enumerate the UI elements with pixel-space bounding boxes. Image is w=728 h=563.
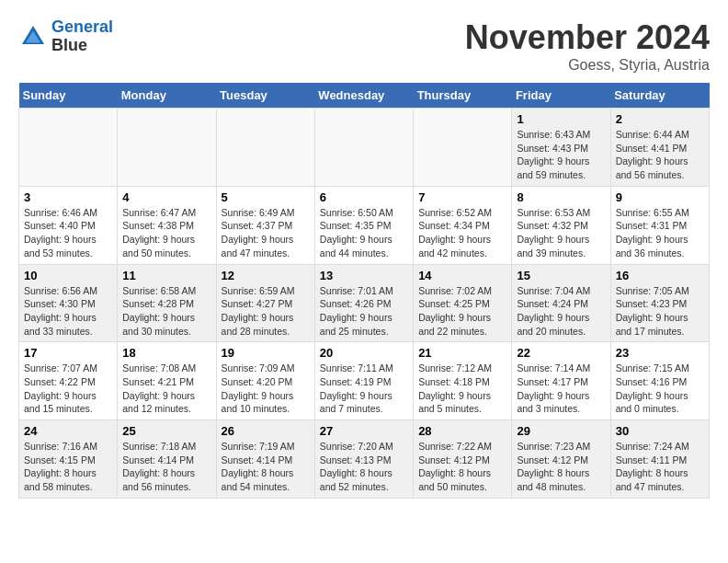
day-of-week-header: Tuesday bbox=[216, 83, 314, 109]
calendar-week-row: 24Sunrise: 7:16 AM Sunset: 4:15 PM Dayli… bbox=[19, 420, 710, 499]
calendar-cell: 14Sunrise: 7:02 AM Sunset: 4:25 PM Dayli… bbox=[414, 264, 512, 342]
page-header: General Blue November 2024 Goess, Styria… bbox=[18, 18, 710, 74]
calendar-week-row: 1Sunrise: 6:43 AM Sunset: 4:43 PM Daylig… bbox=[19, 109, 710, 187]
calendar-cell: 30Sunrise: 7:24 AM Sunset: 4:11 PM Dayli… bbox=[610, 420, 709, 499]
day-number: 25 bbox=[122, 424, 210, 438]
day-info: Sunrise: 6:47 AM Sunset: 4:38 PM Dayligh… bbox=[122, 206, 210, 260]
calendar-cell: 21Sunrise: 7:12 AM Sunset: 4:18 PM Dayli… bbox=[414, 342, 512, 420]
calendar-cell: 4Sunrise: 6:47 AM Sunset: 4:38 PM Daylig… bbox=[118, 186, 216, 264]
calendar-cell: 9Sunrise: 6:55 AM Sunset: 4:31 PM Daylig… bbox=[610, 186, 709, 264]
day-number: 23 bbox=[616, 346, 704, 360]
day-number: 5 bbox=[222, 190, 310, 204]
day-number: 16 bbox=[616, 269, 704, 282]
calendar-week-row: 3Sunrise: 6:46 AM Sunset: 4:40 PM Daylig… bbox=[19, 186, 710, 264]
day-of-week-header: Friday bbox=[512, 83, 610, 109]
day-number: 19 bbox=[222, 346, 310, 360]
day-of-week-header: Wednesday bbox=[314, 83, 413, 109]
calendar-cell: 20Sunrise: 7:11 AM Sunset: 4:19 PM Dayli… bbox=[314, 342, 413, 420]
day-number: 22 bbox=[517, 346, 605, 360]
calendar-cell: 15Sunrise: 7:04 AM Sunset: 4:24 PM Dayli… bbox=[512, 264, 610, 342]
day-info: Sunrise: 6:46 AM Sunset: 4:40 PM Dayligh… bbox=[24, 206, 112, 260]
calendar-cell: 28Sunrise: 7:22 AM Sunset: 4:12 PM Dayli… bbox=[414, 420, 512, 499]
day-number: 12 bbox=[222, 269, 310, 282]
day-number: 21 bbox=[418, 346, 506, 360]
calendar-cell: 13Sunrise: 7:01 AM Sunset: 4:26 PM Dayli… bbox=[314, 264, 413, 342]
logo-icon bbox=[18, 22, 48, 52]
day-of-week-header: Saturday bbox=[610, 83, 709, 109]
day-number: 6 bbox=[320, 190, 408, 204]
day-info: Sunrise: 7:18 AM Sunset: 4:14 PM Dayligh… bbox=[122, 440, 210, 494]
day-number: 1 bbox=[517, 112, 605, 126]
calendar-cell: 19Sunrise: 7:09 AM Sunset: 4:20 PM Dayli… bbox=[216, 342, 314, 420]
calendar-cell: 18Sunrise: 7:08 AM Sunset: 4:21 PM Dayli… bbox=[118, 342, 216, 420]
day-number: 30 bbox=[616, 424, 704, 438]
day-number: 9 bbox=[616, 190, 704, 204]
calendar-cell: 7Sunrise: 6:52 AM Sunset: 4:34 PM Daylig… bbox=[414, 186, 512, 264]
day-number: 26 bbox=[222, 424, 310, 438]
day-info: Sunrise: 6:50 AM Sunset: 4:35 PM Dayligh… bbox=[320, 206, 408, 260]
day-info: Sunrise: 6:55 AM Sunset: 4:31 PM Dayligh… bbox=[616, 206, 704, 260]
calendar-cell: 3Sunrise: 6:46 AM Sunset: 4:40 PM Daylig… bbox=[19, 186, 118, 264]
day-number: 10 bbox=[24, 269, 112, 282]
day-info: Sunrise: 7:20 AM Sunset: 4:13 PM Dayligh… bbox=[320, 440, 408, 494]
calendar-cell bbox=[414, 109, 512, 187]
subtitle: Goess, Styria, Austria bbox=[465, 57, 710, 74]
day-number: 14 bbox=[418, 269, 506, 282]
day-number: 17 bbox=[24, 346, 112, 360]
calendar-cell: 27Sunrise: 7:20 AM Sunset: 4:13 PM Dayli… bbox=[314, 420, 413, 499]
day-info: Sunrise: 6:53 AM Sunset: 4:32 PM Dayligh… bbox=[517, 206, 605, 260]
day-number: 8 bbox=[517, 190, 605, 204]
logo: General Blue bbox=[18, 18, 113, 55]
calendar-week-row: 17Sunrise: 7:07 AM Sunset: 4:22 PM Dayli… bbox=[19, 342, 710, 420]
calendar-cell: 22Sunrise: 7:14 AM Sunset: 4:17 PM Dayli… bbox=[512, 342, 610, 420]
day-of-week-header: Thursday bbox=[414, 83, 512, 109]
day-info: Sunrise: 7:16 AM Sunset: 4:15 PM Dayligh… bbox=[24, 440, 112, 494]
day-info: Sunrise: 7:04 AM Sunset: 4:24 PM Dayligh… bbox=[517, 284, 605, 339]
day-info: Sunrise: 7:19 AM Sunset: 4:14 PM Dayligh… bbox=[222, 440, 310, 494]
calendar-cell: 2Sunrise: 6:44 AM Sunset: 4:41 PM Daylig… bbox=[610, 109, 709, 187]
calendar-cell: 16Sunrise: 7:05 AM Sunset: 4:23 PM Dayli… bbox=[610, 264, 709, 342]
day-info: Sunrise: 7:14 AM Sunset: 4:17 PM Dayligh… bbox=[517, 362, 605, 416]
calendar-cell: 23Sunrise: 7:15 AM Sunset: 4:16 PM Dayli… bbox=[610, 342, 709, 420]
main-title: November 2024 bbox=[465, 18, 710, 57]
day-info: Sunrise: 7:05 AM Sunset: 4:23 PM Dayligh… bbox=[616, 284, 704, 339]
day-info: Sunrise: 6:59 AM Sunset: 4:27 PM Dayligh… bbox=[222, 284, 310, 339]
day-info: Sunrise: 6:56 AM Sunset: 4:30 PM Dayligh… bbox=[24, 284, 112, 339]
calendar-cell: 17Sunrise: 7:07 AM Sunset: 4:22 PM Dayli… bbox=[19, 342, 118, 420]
day-number: 27 bbox=[320, 424, 408, 438]
day-number: 4 bbox=[122, 190, 210, 204]
day-number: 15 bbox=[517, 269, 605, 282]
calendar-cell bbox=[216, 109, 314, 187]
calendar-cell: 10Sunrise: 6:56 AM Sunset: 4:30 PM Dayli… bbox=[19, 264, 118, 342]
day-number: 28 bbox=[418, 424, 506, 438]
day-number: 7 bbox=[418, 190, 506, 204]
day-info: Sunrise: 6:44 AM Sunset: 4:41 PM Dayligh… bbox=[616, 128, 704, 182]
day-info: Sunrise: 7:01 AM Sunset: 4:26 PM Dayligh… bbox=[320, 284, 408, 339]
day-info: Sunrise: 7:24 AM Sunset: 4:11 PM Dayligh… bbox=[616, 440, 704, 494]
day-of-week-header: Monday bbox=[118, 83, 216, 109]
calendar-cell bbox=[314, 109, 413, 187]
calendar-cell: 11Sunrise: 6:58 AM Sunset: 4:28 PM Dayli… bbox=[118, 264, 216, 342]
calendar-cell: 29Sunrise: 7:23 AM Sunset: 4:12 PM Dayli… bbox=[512, 420, 610, 499]
day-info: Sunrise: 6:58 AM Sunset: 4:28 PM Dayligh… bbox=[122, 284, 210, 339]
calendar-cell: 26Sunrise: 7:19 AM Sunset: 4:14 PM Dayli… bbox=[216, 420, 314, 499]
calendar-cell: 1Sunrise: 6:43 AM Sunset: 4:43 PM Daylig… bbox=[512, 109, 610, 187]
day-number: 24 bbox=[24, 424, 112, 438]
calendar-week-row: 10Sunrise: 6:56 AM Sunset: 4:30 PM Dayli… bbox=[19, 264, 710, 342]
day-of-week-header: Sunday bbox=[19, 83, 118, 109]
calendar-cell bbox=[118, 109, 216, 187]
logo-text: General Blue bbox=[51, 18, 113, 55]
day-info: Sunrise: 6:52 AM Sunset: 4:34 PM Dayligh… bbox=[418, 206, 506, 260]
title-section: November 2024 Goess, Styria, Austria bbox=[465, 18, 710, 74]
calendar-header: SundayMondayTuesdayWednesdayThursdayFrid… bbox=[19, 83, 710, 109]
day-info: Sunrise: 6:43 AM Sunset: 4:43 PM Dayligh… bbox=[517, 128, 605, 182]
calendar-cell: 6Sunrise: 6:50 AM Sunset: 4:35 PM Daylig… bbox=[314, 186, 413, 264]
day-info: Sunrise: 7:07 AM Sunset: 4:22 PM Dayligh… bbox=[24, 362, 112, 416]
day-number: 13 bbox=[320, 269, 408, 282]
day-number: 20 bbox=[320, 346, 408, 360]
day-info: Sunrise: 6:49 AM Sunset: 4:37 PM Dayligh… bbox=[222, 206, 310, 260]
day-info: Sunrise: 7:12 AM Sunset: 4:18 PM Dayligh… bbox=[418, 362, 506, 416]
day-number: 11 bbox=[122, 269, 210, 282]
day-number: 18 bbox=[122, 346, 210, 360]
day-number: 2 bbox=[616, 112, 704, 126]
